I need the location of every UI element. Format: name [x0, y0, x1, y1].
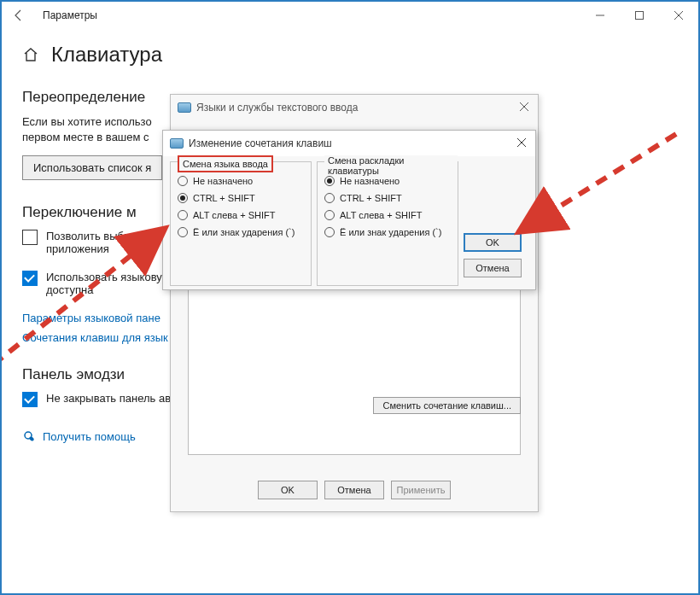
radio-icon — [178, 176, 188, 186]
settings-titlebar: Параметры — [2, 2, 698, 29]
dialog1-close[interactable] — [516, 102, 533, 114]
checkbox-icon — [22, 392, 38, 407]
radio-icon — [324, 227, 335, 237]
radio-icon — [178, 227, 188, 237]
dialog2-title: Изменение сочетания клавиш — [189, 137, 332, 149]
dialog2-close[interactable] — [513, 137, 530, 149]
legend-keyboard-layout: Смена раскладки клавиатуры — [324, 155, 458, 176]
change-hotkey-button[interactable]: Сменить сочетание клавиш... — [373, 397, 521, 414]
home-icon[interactable] — [22, 46, 39, 63]
checkbox-icon — [22, 230, 38, 245]
radio-lang-accent[interactable]: Ё или знак ударения (`) — [178, 227, 304, 237]
radio-lang-none[interactable]: Не назначено — [178, 176, 304, 186]
page-title: Клавиатура — [51, 43, 162, 67]
radio-icon — [324, 193, 335, 203]
close-button[interactable] — [659, 2, 698, 29]
dialog1-title: Языки и службы текстового ввода — [196, 102, 358, 114]
radio-lang-ctrl[interactable]: CTRL + SHIFT — [178, 193, 304, 203]
minimize-button[interactable] — [580, 2, 620, 29]
svg-rect-1 — [636, 12, 644, 20]
radio-layout-alt[interactable]: ALT слева + SHIFT — [324, 210, 451, 220]
keyboard-icon — [170, 138, 184, 149]
window-title: Параметры — [43, 9, 97, 21]
fieldset-keyboard-layout: Смена раскладки клавиатуры Не назначено … — [317, 161, 458, 286]
radio-icon — [178, 210, 188, 220]
dialog-change-hotkey: Изменение сочетания клавиш Смена языка в… — [162, 130, 536, 290]
dialog1-cancel[interactable]: Отмена — [324, 481, 384, 499]
dialog1-ok[interactable]: OK — [258, 481, 318, 499]
fieldset-input-language: Смена языка ввода Не назначено CTRL + SH… — [170, 161, 312, 286]
help-icon — [22, 429, 36, 443]
radio-layout-ctrl[interactable]: CTRL + SHIFT — [324, 193, 451, 203]
dialog1-apply[interactable]: Применить — [391, 481, 451, 499]
radio-icon — [324, 176, 335, 186]
keyboard-icon — [178, 102, 191, 113]
radio-layout-none[interactable]: Не назначено — [324, 176, 451, 186]
maximize-button[interactable] — [620, 2, 659, 29]
radio-layout-accent[interactable]: Ё или знак ударения (`) — [324, 227, 451, 237]
legend-input-language: Смена языка ввода — [178, 155, 273, 172]
radio-icon — [178, 193, 188, 203]
radio-icon — [324, 210, 335, 220]
dialog2-ok[interactable]: OK — [464, 233, 522, 252]
use-list-button[interactable]: Использовать список я — [22, 155, 162, 180]
checkbox-icon — [22, 271, 38, 286]
back-button[interactable] — [7, 3, 31, 27]
radio-lang-alt[interactable]: ALT слева + SHIFT — [178, 210, 304, 220]
dialog2-cancel[interactable]: Отмена — [464, 259, 522, 277]
